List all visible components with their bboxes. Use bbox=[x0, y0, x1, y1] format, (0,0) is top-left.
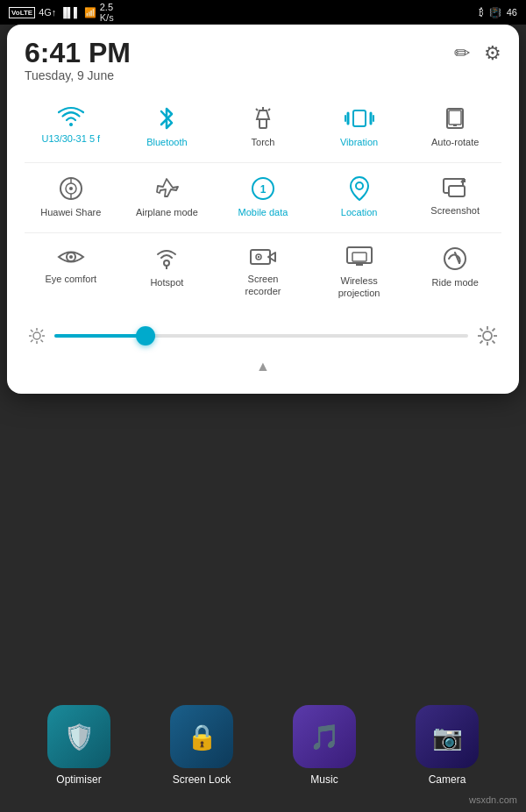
toggle-mobiledata[interactable]: 1 Mobile data bbox=[217, 167, 309, 225]
svg-line-52 bbox=[41, 330, 44, 332]
svg-line-8 bbox=[256, 109, 258, 110]
toggle-bluetooth[interactable]: Bluetooth bbox=[121, 96, 214, 155]
toggle-wifi[interactable]: U13/30-31 5 f bbox=[25, 96, 117, 155]
music-icon: 🎵 bbox=[309, 723, 340, 751]
header-icons: ✏ ⚙ bbox=[454, 39, 501, 65]
toggle-huaweishare[interactable]: Huawei Share bbox=[25, 167, 117, 225]
settings-icon[interactable]: ⚙ bbox=[484, 42, 501, 65]
screenrecorder-toggle-icon bbox=[249, 246, 277, 268]
autorotate-toggle-icon bbox=[442, 105, 468, 132]
torch-toggle-label: Torch bbox=[252, 137, 275, 148]
network-type: 4G↑ bbox=[39, 7, 56, 18]
toggle-wirelessprojection[interactable]: Wirelessprojection bbox=[313, 237, 406, 305]
screenlock-icon: 🔒 bbox=[187, 723, 217, 751]
svg-rect-40 bbox=[352, 253, 366, 261]
camera-icon: 📷 bbox=[432, 723, 463, 751]
music-label: Music bbox=[310, 773, 338, 786]
battery-indicator: 46 bbox=[507, 7, 517, 18]
toggle-autorotate[interactable]: Auto-rotate bbox=[409, 96, 501, 155]
huaweishare-toggle-label: Huawei Share bbox=[40, 207, 101, 218]
app-camera[interactable]: 📷 Camera bbox=[416, 705, 479, 786]
svg-point-20 bbox=[69, 187, 73, 190]
eyecomfort-toggle-label: Eye comfort bbox=[45, 274, 96, 285]
toggle-ridemode[interactable]: Ride mode bbox=[409, 237, 501, 305]
wifi-icon: 📶 bbox=[84, 7, 96, 18]
status-right: ₿ 📳 46 bbox=[479, 7, 517, 18]
toggle-hotspot[interactable]: Hotspot bbox=[121, 237, 214, 305]
toggle-screenrecorder[interactable]: Screenrecorder bbox=[217, 237, 309, 305]
screenlock-label: Screen Lock bbox=[173, 773, 231, 786]
mobiledata-toggle-icon: 1 bbox=[250, 175, 276, 202]
svg-line-61 bbox=[493, 328, 495, 331]
collapse-handle[interactable]: ▲ bbox=[25, 352, 501, 376]
brightness-thumb[interactable] bbox=[136, 326, 155, 345]
panel-header: 6:41 PM Tuesday, 9 June ✏ ⚙ bbox=[25, 39, 501, 82]
wirelessprojection-toggle-label: Wirelessprojection bbox=[338, 275, 380, 298]
vibration-toggle-icon bbox=[345, 105, 374, 132]
speed-indicator: 2.5K/s bbox=[100, 2, 114, 23]
optimiser-icon-box: 🛡️ bbox=[47, 705, 110, 768]
svg-point-32 bbox=[69, 255, 73, 259]
svg-rect-10 bbox=[353, 110, 366, 126]
bluetooth-status-icon: ₿ bbox=[479, 7, 484, 18]
toggle-eyecomfort[interactable]: Eye comfort bbox=[25, 237, 117, 305]
edit-icon[interactable]: ✏ bbox=[454, 42, 470, 65]
camera-icon-box: 📷 bbox=[416, 705, 479, 768]
svg-line-53 bbox=[31, 339, 33, 342]
toggle-airplane[interactable]: Airplane mode bbox=[121, 167, 214, 225]
svg-line-62 bbox=[480, 340, 483, 343]
app-screenlock[interactable]: 🔒 Screen Lock bbox=[170, 705, 233, 786]
screenshot-toggle-label: Screenshot bbox=[430, 205, 480, 217]
svg-rect-35 bbox=[251, 250, 270, 264]
svg-point-25 bbox=[356, 182, 363, 189]
svg-rect-5 bbox=[259, 119, 267, 128]
airplane-toggle-icon bbox=[153, 175, 180, 202]
status-left: VoLTE 4G↑ ▐▌▌ 📶 2.5K/s bbox=[9, 2, 114, 23]
time-section: 6:41 PM Tuesday, 9 June bbox=[25, 39, 131, 82]
brightness-fill bbox=[54, 334, 146, 338]
app-optimiser[interactable]: 🛡️ Optimiser bbox=[47, 705, 110, 786]
bluetooth-toggle-label: Bluetooth bbox=[146, 137, 187, 148]
svg-line-60 bbox=[493, 340, 495, 343]
brightness-max-icon bbox=[477, 325, 498, 346]
hotspot-toggle-icon bbox=[153, 246, 180, 272]
camera-label: Camera bbox=[429, 773, 466, 786]
app-music[interactable]: 🎵 Music bbox=[293, 705, 356, 786]
date-display: Tuesday, 9 June bbox=[25, 68, 131, 82]
brightness-row bbox=[25, 313, 501, 352]
bluetooth-toggle-icon bbox=[155, 105, 178, 132]
brightness-track[interactable] bbox=[54, 334, 468, 338]
huaweishare-toggle-icon bbox=[58, 175, 84, 202]
vibrate-status-icon: 📳 bbox=[489, 7, 501, 18]
svg-marker-6 bbox=[257, 110, 269, 119]
ridemode-toggle-label: Ride mode bbox=[432, 277, 479, 288]
toggle-grid-row3: Eye comfort Hotspot bbox=[25, 237, 501, 305]
svg-point-43 bbox=[444, 248, 466, 269]
svg-text:1: 1 bbox=[260, 183, 267, 196]
airplane-toggle-label: Airplane mode bbox=[136, 207, 198, 218]
toggle-grid-row2: Huawei Share Airplane mode 1 Mobile data bbox=[25, 167, 501, 225]
vibration-toggle-label: Vibration bbox=[340, 137, 378, 148]
optimiser-label: Optimiser bbox=[56, 773, 101, 786]
divider-1 bbox=[25, 162, 501, 163]
screenlock-icon-box: 🔒 bbox=[170, 705, 233, 768]
svg-line-51 bbox=[41, 339, 44, 342]
mobiledata-toggle-label: Mobile data bbox=[238, 207, 288, 218]
svg-point-45 bbox=[33, 332, 40, 339]
status-bar: VoLTE 4G↑ ▐▌▌ 📶 2.5K/s ₿ 📳 46 bbox=[0, 0, 526, 25]
quick-settings-panel: 6:41 PM Tuesday, 9 June ✏ ⚙ U13/30-31 5 … bbox=[7, 25, 519, 394]
toggle-screenshot[interactable]: Screenshot bbox=[409, 167, 501, 225]
toggle-vibration[interactable]: Vibration bbox=[313, 96, 406, 155]
volte-badge: VoLTE bbox=[9, 7, 35, 18]
eyecomfort-toggle-icon bbox=[57, 246, 85, 268]
hotspot-toggle-label: Hotspot bbox=[150, 277, 183, 288]
toggle-location[interactable]: Location bbox=[313, 167, 406, 225]
svg-line-9 bbox=[268, 109, 270, 110]
wifi-toggle-icon bbox=[58, 105, 84, 128]
location-toggle-label: Location bbox=[341, 207, 378, 218]
torch-toggle-icon bbox=[252, 105, 274, 132]
svg-point-33 bbox=[164, 260, 169, 266]
svg-point-4 bbox=[69, 123, 73, 126]
svg-line-59 bbox=[480, 328, 483, 331]
toggle-torch[interactable]: Torch bbox=[217, 96, 309, 155]
